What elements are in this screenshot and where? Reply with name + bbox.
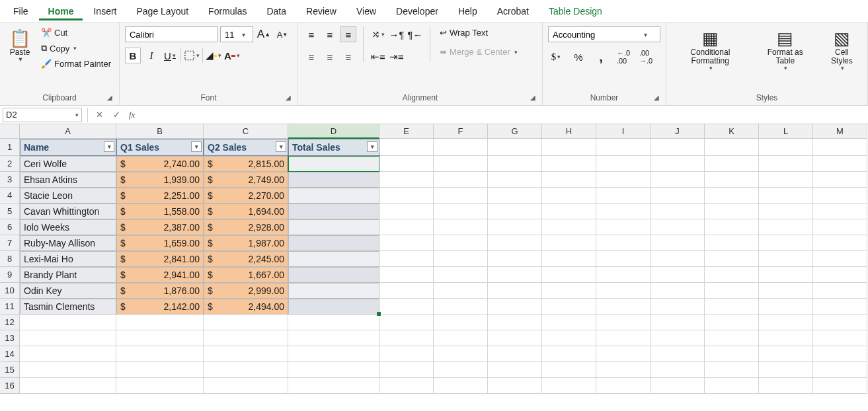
cell-C5[interactable]: $1,694.00: [204, 204, 288, 219]
copy-button[interactable]: ⧉ Copy ▾: [38, 42, 114, 55]
cell-A12[interactable]: [20, 315, 116, 330]
cell-C11[interactable]: $2,494.00: [204, 299, 288, 315]
cell-H4[interactable]: [542, 188, 596, 204]
cell-G7[interactable]: [488, 235, 542, 251]
cell-G3[interactable]: [488, 172, 542, 188]
cell-M5[interactable]: [813, 204, 867, 219]
cell-A9[interactable]: Brandy Plant: [20, 267, 116, 283]
cell-G4[interactable]: [488, 188, 542, 204]
orientation-button[interactable]: ⤭▾: [370, 26, 386, 42]
cell-E6[interactable]: [379, 219, 434, 235]
menu-item-home[interactable]: Home: [39, 2, 83, 20]
cell-E5[interactable]: [379, 204, 434, 219]
column-header-J[interactable]: J: [651, 124, 705, 139]
format-as-table-button[interactable]: ▤ Format as Table ▾: [757, 26, 814, 75]
cell-J15[interactable]: [651, 362, 705, 378]
cell-E15[interactable]: [379, 362, 434, 378]
cell-C1[interactable]: Q2 Sales▾: [204, 139, 288, 156]
cell-H3[interactable]: [542, 172, 596, 188]
cell-F4[interactable]: [434, 188, 488, 204]
menu-item-developer[interactable]: Developer: [387, 2, 448, 20]
cell-D2[interactable]: [288, 156, 379, 172]
cell-M7[interactable]: [813, 235, 867, 251]
cell-H13[interactable]: [542, 330, 596, 346]
row-header-5[interactable]: 5: [0, 204, 20, 219]
cut-button[interactable]: ✂️ Cut: [38, 26, 114, 39]
cell-E1[interactable]: [379, 139, 434, 156]
cell-M15[interactable]: [813, 362, 867, 378]
cell-K7[interactable]: [705, 235, 759, 251]
cell-A4[interactable]: Stacie Leon: [20, 188, 116, 204]
cell-M12[interactable]: [813, 315, 867, 330]
cell-E13[interactable]: [379, 330, 434, 346]
cell-J5[interactable]: [651, 204, 705, 219]
column-header-E[interactable]: E: [379, 124, 434, 139]
cell-A5[interactable]: Cavan Whittington: [20, 204, 116, 219]
row-header-15[interactable]: 15: [0, 362, 20, 378]
cell-G9[interactable]: [488, 267, 542, 283]
cell-J9[interactable]: [651, 267, 705, 283]
ltr-button[interactable]: →¶: [389, 26, 405, 42]
formula-input[interactable]: [139, 108, 868, 122]
cell-M3[interactable]: [813, 172, 867, 188]
cell-L5[interactable]: [759, 204, 813, 219]
cell-D12[interactable]: [288, 315, 379, 330]
cell-A3[interactable]: Ehsan Atkins: [20, 172, 116, 188]
row-header-16[interactable]: 16: [0, 378, 20, 394]
cell-H5[interactable]: [542, 204, 596, 219]
cell-J10[interactable]: [651, 283, 705, 299]
cell-A16[interactable]: [20, 378, 116, 394]
cell-G13[interactable]: [488, 330, 542, 346]
cell-K5[interactable]: [705, 204, 759, 219]
cell-B9[interactable]: $2,941.00: [116, 267, 204, 283]
cell-G12[interactable]: [488, 315, 542, 330]
cell-E9[interactable]: [379, 267, 434, 283]
chevron-down-icon[interactable]: ▾: [74, 112, 79, 118]
filter-button[interactable]: ▾: [191, 141, 202, 152]
cell-J1[interactable]: [651, 139, 705, 156]
border-button[interactable]: ▾: [184, 48, 200, 63]
dialog-launcher-icon[interactable]: ◢: [286, 94, 291, 101]
row-header-10[interactable]: 10: [0, 283, 20, 299]
column-header-H[interactable]: H: [542, 124, 596, 139]
cell-F3[interactable]: [434, 172, 488, 188]
cell-K14[interactable]: [705, 346, 759, 362]
cell-D6[interactable]: [288, 219, 379, 235]
cell-M4[interactable]: [813, 188, 867, 204]
cell-L2[interactable]: [759, 156, 813, 172]
cell-I5[interactable]: [596, 204, 651, 219]
cell-B11[interactable]: $2,142.00: [116, 299, 204, 315]
cell-L6[interactable]: [759, 219, 813, 235]
cell-L14[interactable]: [759, 346, 813, 362]
cell-D7[interactable]: [288, 235, 379, 251]
column-header-M[interactable]: M: [813, 124, 867, 139]
cell-B10[interactable]: $1,876.00: [116, 283, 204, 299]
paste-button[interactable]: 📋 Paste ▼: [5, 26, 34, 66]
menu-item-help[interactable]: Help: [449, 2, 487, 20]
cell-F6[interactable]: [434, 219, 488, 235]
cell-M14[interactable]: [813, 346, 867, 362]
decrease-font-button[interactable]: A▼: [274, 26, 290, 42]
cell-I4[interactable]: [596, 188, 651, 204]
enter-formula-button[interactable]: ✓: [108, 110, 125, 120]
cell-M16[interactable]: [813, 378, 867, 394]
filter-button[interactable]: ▾: [104, 141, 114, 152]
menu-item-insert[interactable]: Insert: [84, 2, 126, 20]
menu-item-acrobat[interactable]: Acrobat: [488, 2, 538, 20]
cell-C7[interactable]: $1,987.00: [204, 235, 288, 251]
cancel-formula-button[interactable]: ✕: [91, 110, 108, 120]
cell-J6[interactable]: [651, 219, 705, 235]
align-middle-button[interactable]: ≡: [322, 26, 338, 42]
cell-D13[interactable]: [288, 330, 379, 346]
row-header-13[interactable]: 13: [0, 330, 20, 346]
cell-J8[interactable]: [651, 251, 705, 267]
cell-H9[interactable]: [542, 267, 596, 283]
column-header-F[interactable]: F: [434, 124, 488, 139]
cell-I15[interactable]: [596, 362, 651, 378]
cell-F7[interactable]: [434, 235, 488, 251]
cell-B4[interactable]: $2,251.00: [116, 188, 204, 204]
cell-B1[interactable]: Q1 Sales▾: [116, 139, 204, 156]
cell-D15[interactable]: [288, 362, 379, 378]
cell-C15[interactable]: [204, 362, 288, 378]
cell-M1[interactable]: [813, 139, 867, 156]
